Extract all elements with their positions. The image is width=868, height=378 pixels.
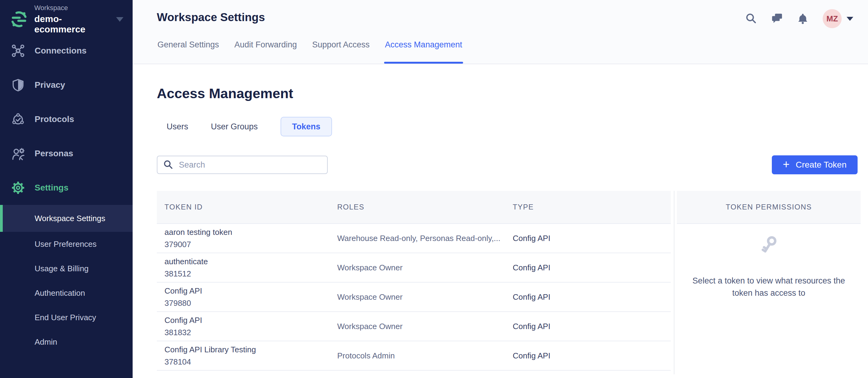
subnav-item-label: Authentication — [35, 288, 85, 298]
create-token-button[interactable]: + Create Token — [772, 156, 858, 174]
sidebar-item-label: Settings — [35, 183, 68, 193]
privacy-shield-icon — [11, 78, 25, 92]
user-menu-caret-down-icon[interactable] — [846, 17, 853, 21]
tab-access-management[interactable]: Access Management — [385, 40, 462, 64]
subnav-item-authentication[interactable]: Authentication — [0, 281, 133, 305]
token-controls: + Create Token — [157, 156, 861, 174]
column-header-roles: ROLES — [337, 203, 513, 211]
token-name: Config API — [164, 316, 337, 325]
token-type: Config API — [513, 351, 671, 360]
sidebar-nav: Connections Privacy Protocols — [0, 34, 133, 205]
chat-bubbles-icon[interactable] — [771, 13, 783, 25]
subtab-user-groups[interactable]: User Groups — [211, 122, 258, 132]
column-header-token-id: TOKEN ID — [164, 203, 337, 211]
sidebar: Workspace demo-ecommerce Connections Pri… — [0, 0, 133, 378]
empty-state-message: Select a token to view what resources th… — [683, 275, 855, 299]
token-type: Config API — [513, 293, 671, 302]
token-name: authenticate — [164, 257, 337, 266]
table-row[interactable]: Config API 381832 Workspace Owner Config… — [157, 312, 671, 341]
subnav-item-label: User Preferences — [35, 239, 96, 249]
subnav-item-label: End User Privacy — [35, 313, 96, 322]
token-roles: Protocols Admin — [337, 351, 513, 360]
token-permissions-header: TOKEN PERMISSIONS — [677, 191, 861, 224]
settings-tabs: General Settings Audit Forwarding Suppor… — [157, 40, 462, 64]
protocols-icon — [11, 112, 25, 126]
token-name: Config API — [164, 286, 337, 296]
search-input[interactable] — [179, 160, 321, 170]
tab-audit-forwarding[interactable]: Audit Forwarding — [234, 40, 297, 64]
plus-icon: + — [783, 159, 789, 170]
subnav-item-label: Workspace Settings — [35, 214, 105, 223]
avatar[interactable]: MZ — [823, 9, 842, 28]
subnav-item-label: Admin — [35, 337, 57, 347]
sidebar-item-label: Personas — [35, 149, 73, 159]
subtab-users[interactable]: Users — [166, 122, 188, 132]
sidebar-item-label: Protocols — [35, 114, 74, 124]
token-roles: Workspace Owner — [337, 322, 513, 331]
access-management-subtabs: Users User Groups Tokens — [166, 117, 861, 136]
column-header-type: TYPE — [513, 203, 671, 211]
workspace-label: Workspace — [34, 4, 109, 12]
token-roles: Workspace Owner — [337, 293, 513, 302]
token-type: Config API — [513, 234, 671, 243]
token-id: 378104 — [164, 357, 337, 367]
token-permissions-empty-state: Select a token to view what resources th… — [677, 224, 861, 299]
token-search[interactable] — [157, 156, 328, 174]
content-area: Workspace Settings General Settings Audi… — [133, 0, 868, 378]
bell-icon[interactable] — [797, 13, 809, 25]
workspace-caret-down-icon[interactable] — [116, 17, 123, 22]
subnav-item-end-user-privacy[interactable]: End User Privacy — [0, 305, 133, 330]
subtab-tokens[interactable]: Tokens — [281, 117, 332, 136]
topbar: Workspace Settings General Settings Audi… — [133, 0, 868, 64]
subnav-item-label: Usage & Billing — [35, 264, 89, 273]
page-title: Workspace Settings — [157, 11, 265, 24]
key-icon — [757, 234, 780, 257]
tokens-table: TOKEN ID ROLES TYPE aaron testing token … — [157, 191, 671, 374]
subnav-item-workspace-settings[interactable]: Workspace Settings — [0, 205, 133, 232]
token-name: aaron testing token — [164, 228, 337, 237]
token-permissions-panel: TOKEN PERMISSIONS Select a token to view… — [674, 191, 861, 374]
token-id: 379880 — [164, 299, 337, 308]
token-roles: Warehouse Read-only, Personas Read-only,… — [337, 234, 513, 243]
settings-gear-icon — [11, 181, 25, 195]
connections-icon — [11, 44, 25, 58]
section-heading: Access Management — [157, 85, 861, 102]
token-type: Config API — [513, 322, 671, 331]
token-id: 381832 — [164, 328, 337, 337]
search-icon[interactable] — [745, 13, 757, 25]
search-icon — [163, 160, 173, 170]
subnav-item-user-preferences[interactable]: User Preferences — [0, 232, 133, 256]
tab-support-access[interactable]: Support Access — [312, 40, 370, 64]
table-row[interactable]: aaron testing token 379007 Warehouse Rea… — [157, 224, 671, 253]
token-name: Config API Library Testing — [164, 345, 337, 354]
user-menu[interactable]: MZ — [823, 9, 853, 28]
table-row[interactable]: authenticate 381512 Workspace Owner Conf… — [157, 253, 671, 283]
sidebar-item-personas[interactable]: Personas — [0, 136, 133, 171]
tokens-table-header: TOKEN ID ROLES TYPE — [157, 191, 671, 224]
segment-logo-icon — [10, 11, 28, 28]
tokens-datagrid: TOKEN ID ROLES TYPE aaron testing token … — [157, 191, 861, 374]
table-row[interactable]: Config API 379880 Workspace Owner Config… — [157, 283, 671, 312]
token-roles: Workspace Owner — [337, 263, 513, 273]
workspace-name: demo-ecommerce — [34, 14, 109, 35]
create-token-label: Create Token — [796, 160, 846, 170]
subnav-item-usage-billing[interactable]: Usage & Billing — [0, 256, 133, 281]
token-id: 381512 — [164, 269, 337, 279]
sidebar-item-privacy[interactable]: Privacy — [0, 68, 133, 102]
workspace-switcher[interactable]: Workspace demo-ecommerce — [0, 0, 133, 32]
sidebar-item-label: Connections — [35, 46, 87, 56]
tab-general-settings[interactable]: General Settings — [157, 40, 219, 64]
table-row[interactable]: Config API Library Testing 378104 Protoc… — [157, 341, 671, 371]
sidebar-item-connections[interactable]: Connections — [0, 34, 133, 68]
token-type: Config API — [513, 263, 671, 273]
personas-icon — [11, 147, 25, 160]
main-panel: Access Management Users User Groups Toke… — [133, 64, 868, 378]
settings-subnav: Workspace Settings User Preferences Usag… — [0, 205, 133, 354]
sidebar-item-protocols[interactable]: Protocols — [0, 102, 133, 136]
token-id: 379007 — [164, 240, 337, 249]
subnav-item-admin[interactable]: Admin — [0, 330, 133, 354]
topbar-actions: MZ — [745, 8, 853, 29]
sidebar-item-label: Privacy — [35, 80, 65, 90]
sidebar-item-settings[interactable]: Settings — [0, 171, 133, 205]
